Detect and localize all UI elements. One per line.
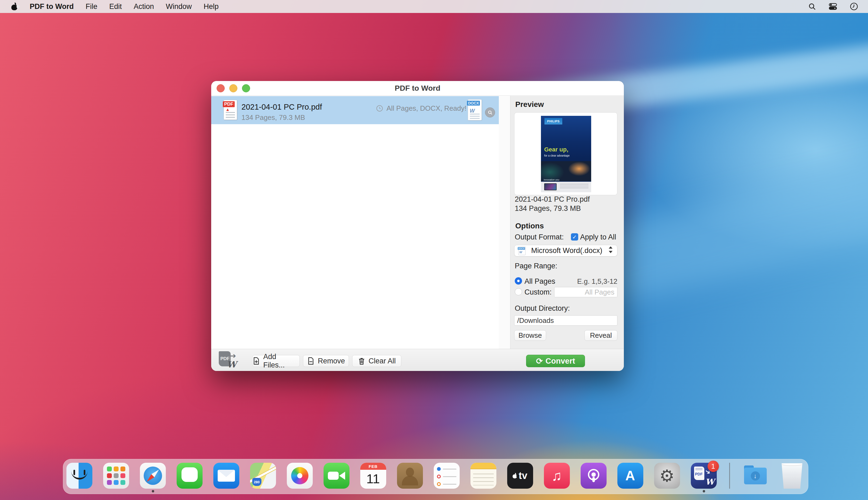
output-format-dropdown[interactable]: DOCX W Microsoft Word(.docx) — [514, 245, 617, 257]
apply-to-all-checkbox[interactable]: ✓ — [571, 233, 578, 240]
dock-trash-icon[interactable] — [779, 463, 805, 489]
file-row[interactable]: PDF ▲ 2021-04-01 PC Pro.pdf 134 Pages, 7… — [211, 96, 499, 124]
menu-bar: PDF to Word File Edit Action Window Help — [0, 0, 868, 13]
dock-mail-icon[interactable] — [213, 463, 239, 489]
app-tile — [114, 473, 119, 478]
pdf-icon-text-lines — [226, 112, 235, 118]
row-magnifier-button[interactable] — [485, 107, 495, 117]
custom-range-input[interactable] — [554, 287, 617, 297]
preview-card: PHILIPS Gear up, for a clear advantage i… — [514, 112, 617, 195]
clear-all-button[interactable]: Clear All — [352, 355, 401, 367]
cover-brand: PHILIPS — [544, 118, 562, 124]
menu-item-action[interactable]: Action — [134, 2, 154, 11]
document-plus-icon — [252, 357, 260, 365]
word-doc-icon-label: DOCX — [518, 247, 525, 250]
calendar-day: 11 — [360, 470, 386, 488]
dock-safari-icon[interactable] — [140, 463, 166, 489]
finder-smile — [71, 470, 88, 479]
dock-tv-icon[interactable]: tv — [507, 463, 533, 489]
contact-silhouette-head — [406, 468, 414, 477]
add-files-label: Add Files... — [263, 353, 300, 369]
dock-music-icon[interactable]: ♫ — [544, 463, 570, 489]
convert-button[interactable]: ⟳ Convert — [526, 355, 585, 367]
download-arrow-icon: ↓ — [751, 471, 760, 480]
menu-item-edit[interactable]: Edit — [109, 2, 122, 11]
output-directory-input[interactable] — [514, 315, 617, 326]
dock-downloads-folder-icon[interactable]: ↓ — [742, 463, 768, 489]
file-name: 2021-04-01 PC Pro.pdf — [241, 103, 322, 112]
minimize-button[interactable] — [229, 84, 237, 92]
control-center-icon[interactable] — [828, 2, 837, 11]
search-icon[interactable] — [808, 2, 816, 11]
pdf-to-word-window: PDF to Word PDF ▲ 2021-04-01 PC Pro.pdf … — [211, 81, 624, 371]
pdf-doc-label: PDF — [695, 472, 703, 476]
app-tile — [107, 480, 112, 485]
dock-photos-icon[interactable] — [287, 463, 313, 489]
docx-icon-text-lines — [470, 114, 480, 119]
scrollbar-track[interactable] — [499, 96, 510, 349]
word-doc-icon: DOCX W — [518, 247, 526, 255]
app-tile — [121, 473, 125, 478]
close-button[interactable] — [217, 84, 225, 92]
tv-label: tv — [519, 470, 527, 481]
apple-logo-bite — [16, 5, 20, 8]
window-titlebar[interactable]: PDF to Word — [211, 81, 624, 95]
calendar-month: FEB — [360, 463, 386, 470]
add-files-button[interactable]: Add Files... — [252, 355, 300, 367]
app-logo-w: W — [227, 359, 237, 370]
dock-system-preferences-icon[interactable]: ⚙ — [654, 463, 680, 489]
desktop: PDF to Word File Edit Action Window Help — [0, 0, 868, 500]
reveal-button[interactable]: Reveal — [584, 330, 617, 341]
docx-icon-w: W — [470, 108, 475, 114]
dock-calendar-icon[interactable]: FEB 11 — [360, 463, 386, 489]
all-pages-radio[interactable] — [515, 277, 522, 285]
custom-radio[interactable] — [515, 288, 522, 295]
dock-podcasts-icon[interactable] — [580, 463, 607, 489]
menu-bar-left: PDF to Word File Edit Action Window Help — [0, 2, 219, 11]
menu-item-window[interactable]: Window — [166, 2, 192, 11]
window-title: PDF to Word — [211, 81, 624, 95]
dock-reminders-icon[interactable] — [434, 463, 460, 489]
app-tile — [121, 480, 125, 485]
magnifier-icon — [487, 110, 493, 115]
dock-separator — [729, 463, 730, 489]
dock-notes-icon[interactable] — [471, 463, 496, 489]
menu-item-file[interactable]: File — [86, 2, 98, 11]
dock-messages-icon[interactable] — [177, 463, 203, 489]
browse-button-label: Browse — [519, 331, 542, 340]
browse-button[interactable]: Browse — [514, 330, 546, 341]
remove-button[interactable]: Remove — [303, 355, 349, 367]
dock-finder-icon[interactable] — [66, 463, 92, 489]
cover-bottom-band — [541, 182, 591, 192]
page-range-example-hint: E.g. 1,5,3-12 — [577, 277, 617, 286]
file-list: PDF ▲ 2021-04-01 PC Pro.pdf 134 Pages, 7… — [211, 96, 499, 349]
clock-icon[interactable] — [850, 2, 858, 11]
cover-subline: for a clear advantage — [544, 154, 570, 157]
reminder-dot — [437, 482, 441, 486]
dock-pdf-to-word-icon[interactable]: PDF ➔ W 1 — [691, 463, 717, 489]
dock-maps-icon[interactable]: 280 — [250, 463, 276, 489]
apple-menu-icon[interactable] — [11, 3, 18, 10]
dock-launchpad-icon[interactable] — [103, 463, 129, 489]
menu-app-name[interactable]: PDF to Word — [30, 2, 74, 11]
window-controls — [217, 84, 250, 92]
dock-app-store-icon[interactable]: A — [617, 463, 643, 489]
dock-contacts-icon[interactable] — [397, 463, 423, 489]
docx-icon-label: DOCX — [467, 101, 480, 105]
preview-heading: Preview — [515, 100, 544, 109]
notes-header — [471, 463, 496, 469]
document-minus-icon — [307, 357, 315, 365]
preview-file-name: 2021-04-01 PC Pro.pdf — [515, 195, 590, 204]
notes-lines — [473, 474, 494, 486]
cover-monitor-image — [544, 183, 556, 190]
app-store-a: A — [625, 468, 635, 484]
maps-highway-shield: 280 — [252, 478, 261, 486]
dock-facetime-icon[interactable] — [324, 463, 349, 489]
app-logo-arrow: ➔ — [230, 352, 236, 360]
camera-body — [328, 471, 339, 480]
status-clock-icon — [376, 105, 383, 112]
trash-rim — [781, 463, 803, 466]
menu-item-help[interactable]: Help — [204, 2, 219, 11]
app-logo: PDF ➔ W — [219, 351, 237, 368]
zoom-button[interactable] — [242, 84, 250, 92]
